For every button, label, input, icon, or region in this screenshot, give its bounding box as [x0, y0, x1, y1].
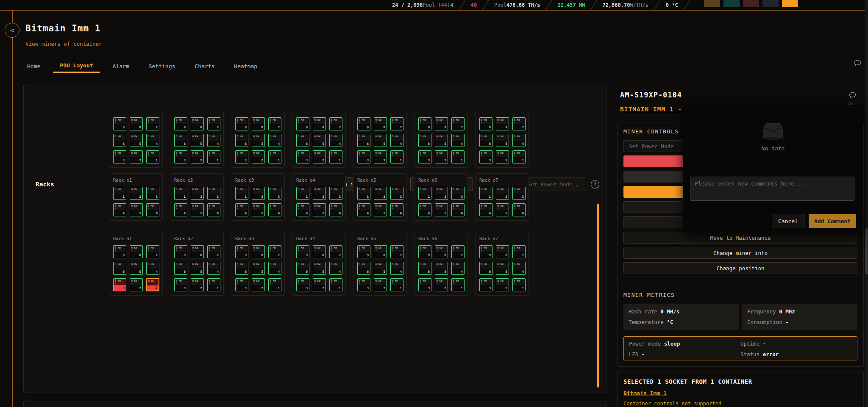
socket-cell[interactable]: 0 KW-8: [496, 245, 509, 258]
socket-cell[interactable]: 0 KW-8: [374, 117, 387, 130]
socket-cell[interactable]: 0 KW-1: [512, 278, 526, 291]
socket-cell[interactable]: 0 KW-7: [512, 117, 526, 130]
socket-cell[interactable]: 0 KW-7: [451, 245, 465, 258]
socket-cell[interactable]: 0 KW-4: [268, 134, 281, 147]
socket-cell[interactable]: 0 KW-3: [512, 187, 526, 200]
socket-cell[interactable]: 0 KW-2: [496, 187, 509, 200]
socket-cell[interactable]: 0 KW-3: [479, 150, 492, 163]
socket-cell[interactable]: 0 KW-2: [130, 187, 143, 200]
socket-cell[interactable]: 0 KW-1: [418, 187, 431, 200]
socket-cell[interactable]: 0 KW-6: [329, 203, 342, 216]
socket-cell[interactable]: 0 KW-8: [191, 245, 204, 258]
socket-cell[interactable]: 0 KW-4: [390, 134, 403, 147]
socket-cell[interactable]: 0 KW-6: [296, 134, 309, 147]
socket-cell[interactable]: 0 KW-4: [113, 203, 126, 216]
socket-cell[interactable]: 0 KW-9: [357, 117, 370, 130]
socket-cell[interactable]: 0 KW-3: [390, 187, 403, 200]
socket-cell[interactable]: 0 KW-9: [235, 117, 248, 130]
socket-cell[interactable]: 0 KW-5: [130, 134, 143, 147]
status-chip[interactable]: [704, 0, 720, 7]
socket-cell[interactable]: 0 KW-1: [296, 187, 309, 200]
status-chip[interactable]: [782, 0, 798, 7]
socket-cell[interactable]: 0 KW-2: [252, 278, 265, 291]
socket-cell[interactable]: 0 KW-7: [207, 117, 220, 130]
socket-cell[interactable]: 0 KW-3: [268, 187, 281, 200]
socket-cell[interactable]: 0 KW-8: [130, 117, 143, 130]
socket-cell[interactable]: 0 KW-3: [174, 278, 187, 291]
socket-cell[interactable]: 0 KW-9: [418, 117, 431, 130]
socket-cell[interactable]: 0 KW-7: [207, 245, 220, 258]
socket-cell[interactable]: 0 KW-9: [479, 117, 492, 130]
socket-cell[interactable]: 0 KW-2: [496, 278, 509, 291]
comment-input[interactable]: [690, 177, 854, 201]
socket-cell[interactable]: 0 KW-4: [479, 203, 492, 216]
socket-cell[interactable]: 0 KW-5: [130, 262, 143, 275]
socket-cell[interactable]: 0 KW-8: [496, 117, 509, 130]
socket-cell[interactable]: 0 KW-9: [174, 245, 187, 258]
socket-cell[interactable]: 0 KW-1: [113, 187, 126, 200]
socket-cell[interactable]: 0 KW-1: [390, 278, 403, 291]
socket-cell[interactable]: 0 KW-4: [207, 262, 220, 275]
socket-cell[interactable]: 0 KW-6: [174, 134, 187, 147]
socket-cell[interactable]: 0 KW-8: [374, 245, 387, 258]
page-scrollbar-thumb[interactable]: [865, 228, 868, 274]
socket-cell[interactable]: 0 KW-1: [146, 278, 159, 291]
socket-cell[interactable]: 0 KW-2: [313, 187, 326, 200]
socket-cell[interactable]: 0 KW-2: [374, 278, 387, 291]
socket-cell[interactable]: 0 KW-4: [207, 134, 220, 147]
socket-cell[interactable]: 0 KW-5: [252, 134, 265, 147]
socket-cell[interactable]: 0 KW-6: [207, 203, 220, 216]
cancel-button[interactable]: Cancel: [772, 214, 804, 228]
selected-container-link[interactable]: Bitmain Imm 1: [623, 390, 667, 396]
socket-cell[interactable]: 0 KW-4: [146, 134, 159, 147]
racks-scrollbar-thumb[interactable]: [597, 204, 599, 388]
socket-cell[interactable]: 0 KW-5: [130, 203, 143, 216]
socket-cell[interactable]: 0 KW-2: [191, 150, 204, 163]
socket-cell[interactable]: 0 KW-7: [451, 117, 465, 130]
tab-alarm[interactable]: Alarm: [106, 59, 136, 73]
socket-cell[interactable]: 0 KW-3: [357, 278, 370, 291]
socket-cell[interactable]: 0 KW-1: [451, 278, 465, 291]
socket-cell[interactable]: 0 KW-8: [313, 117, 326, 130]
socket-cell[interactable]: 0 KW-5: [435, 262, 448, 275]
socket-cell[interactable]: 0 KW-2: [435, 278, 448, 291]
socket-cell[interactable]: 0 KW-9: [174, 117, 187, 130]
socket-cell[interactable]: 0 KW-6: [113, 134, 126, 147]
socket-cell[interactable]: 0 KW-6: [268, 203, 281, 216]
socket-cell[interactable]: 0 KW-3: [174, 150, 187, 163]
socket-cell[interactable]: 0 KW-9: [296, 117, 309, 130]
socket-cell[interactable]: 0 KW-1: [329, 278, 342, 291]
miner-container-link[interactable]: BITMAIN IMM 1 -: [620, 106, 682, 113]
socket-cell[interactable]: 0 KW-5: [191, 262, 204, 275]
back-button[interactable]: <: [5, 23, 19, 38]
socket-cell[interactable]: 0 KW-9: [235, 245, 248, 258]
socket-cell[interactable]: 0 KW-4: [357, 203, 370, 216]
socket-cell[interactable]: 0 KW-3: [418, 278, 431, 291]
socket-cell[interactable]: 0 KW-6: [174, 262, 187, 275]
socket-cell[interactable]: 0 KW-7: [146, 245, 159, 258]
tab-pdu-layout[interactable]: PDU Layout: [53, 59, 100, 73]
comment-bubble-icon-miner[interactable]: [849, 91, 857, 101]
socket-cell[interactable]: 0 KW-6: [357, 262, 370, 275]
socket-cell[interactable]: 0 KW-2: [191, 278, 204, 291]
move-to-maintenance-button[interactable]: Move to Maintenance: [623, 232, 857, 244]
socket-cell[interactable]: 0 KW-3: [146, 187, 159, 200]
socket-cell[interactable]: 0 KW-5: [313, 134, 326, 147]
socket-cell[interactable]: 0 KW-9: [296, 245, 309, 258]
add-comment-button[interactable]: Add Comment: [809, 214, 856, 228]
socket-cell[interactable]: 0 KW-2: [191, 187, 204, 200]
socket-cell[interactable]: 0 KW-9: [113, 117, 126, 130]
socket-cell[interactable]: 0 KW-1: [207, 278, 220, 291]
socket-cell[interactable]: 0 KW-5: [496, 134, 509, 147]
socket-cell[interactable]: 0 KW-4: [268, 262, 281, 275]
socket-cell[interactable]: 0 KW-2: [252, 150, 265, 163]
socket-cell[interactable]: 0 KW-4: [390, 262, 403, 275]
tab-home[interactable]: Home: [20, 59, 47, 73]
socket-cell[interactable]: 0 KW-6: [418, 262, 431, 275]
socket-cell[interactable]: 0 KW-4: [451, 134, 465, 147]
socket-cell[interactable]: 0 KW-1: [390, 150, 403, 163]
socket-cell[interactable]: 0 KW-2: [374, 150, 387, 163]
status-chip[interactable]: [762, 0, 779, 7]
socket-cell[interactable]: 0 KW-5: [313, 203, 326, 216]
socket-cell[interactable]: 0 KW-6: [512, 203, 526, 216]
